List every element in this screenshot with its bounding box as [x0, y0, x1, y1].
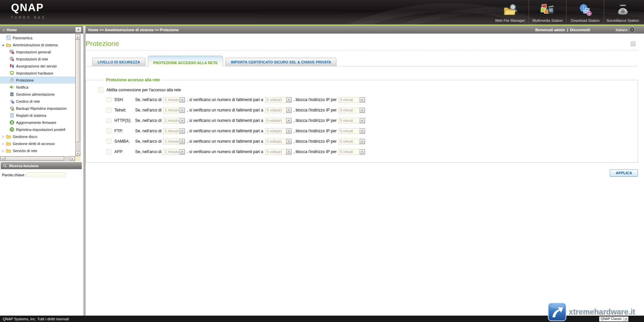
- surveillance-station-shortcut[interactable]: Surveillance Station: [604, 0, 641, 25]
- sidebar-item-label: Impostazioni generali: [16, 50, 51, 54]
- horizontal-scrollbar-thumb[interactable]: [5, 156, 64, 161]
- sidebar-item-gestione-alimentazione[interactable]: Gestione alimentazione: [0, 91, 75, 98]
- web-file-manager-icon: [502, 3, 518, 17]
- afp-checkbox[interactable]: [107, 149, 111, 154]
- tab-strip: LIVELLO DI SICUREZZA PROTEZIONE ACCESSO …: [86, 56, 638, 67]
- dropdown-arrow-icon: ▼: [179, 129, 185, 134]
- apply-button[interactable]: APPLICA: [610, 169, 638, 177]
- https-block-select[interactable]: 5 minuti ▼: [338, 118, 365, 124]
- scroll-up-button[interactable]: ▲: [75, 35, 80, 39]
- sidebar-item-cestino-di-rete[interactable]: Cestino di rete: [0, 98, 75, 105]
- select-value: 1 minuto: [165, 98, 179, 102]
- select-value: 5 volta(e): [267, 108, 286, 112]
- afp-block-select[interactable]: 5 minuti ▼: [338, 149, 365, 155]
- sidebar-item-gestione-disco[interactable]: ▷ Gestione disco: [0, 133, 75, 140]
- topbar-divider: [83, 26, 86, 34]
- sidebar-item-impostazioni-hardware[interactable]: Impostazioni hardware: [0, 70, 75, 77]
- sidebar-item-registri-di-sistema[interactable]: Registri di sistema: [0, 112, 75, 119]
- https-failures-select[interactable]: 5 volta(e) ▼: [265, 118, 292, 124]
- ftp-failures-select[interactable]: 5 volta(e) ▼: [265, 128, 292, 134]
- sidebar-item-impostazioni-generali[interactable]: Impostazioni generali: [0, 48, 75, 55]
- row-text: Se, nell'arco di: [135, 108, 161, 112]
- ftp-interval-select[interactable]: 1 minuto ▼: [163, 128, 185, 134]
- service-row-telnet: Telnet: Se, nell'arco di 1 minuto ▼ , si…: [107, 107, 638, 113]
- ssh-checkbox[interactable]: [107, 97, 111, 102]
- main-content: Protezione LIVELLO DI SICUREZZA PROTEZIO…: [86, 34, 644, 316]
- samba-interval-select[interactable]: 1 minuto ▼: [163, 139, 185, 144]
- row-text: , blocca l'indirizzo IP per: [293, 139, 337, 144]
- telnet-interval-select[interactable]: 1 minuto ▼: [163, 107, 185, 113]
- samba-block-select[interactable]: 5 minuti ▼: [338, 139, 365, 144]
- sidebar-item-impostazioni-di-rete[interactable]: Impostazioni di rete: [0, 55, 75, 62]
- https-checkbox[interactable]: [107, 118, 111, 123]
- afp-interval-select[interactable]: 1 minuto ▼: [163, 149, 185, 155]
- language-selector[interactable]: Italiano ▼: [616, 27, 635, 32]
- multimedia-station-shortcut[interactable]: Multimedia Station: [529, 0, 566, 25]
- theme-select[interactable]: QNAP Classic ▼: [599, 316, 629, 322]
- select-value: 5 minuti: [340, 150, 360, 154]
- row-text: , si verificano un numero di fallimenti …: [187, 118, 263, 123]
- service-row-afp: AFP: Se, nell'arco di 1 minuto ▼ , si ve…: [107, 149, 638, 155]
- row-text: , si verificano un numero di fallimenti …: [187, 129, 263, 133]
- row-text: , blocca l'indirizzo IP per: [293, 108, 337, 112]
- dropdown-arrow-icon: ▼: [179, 118, 185, 123]
- telnet-checkbox[interactable]: [107, 108, 111, 112]
- station-label: Multimedia Station: [532, 18, 563, 22]
- download-station-shortcut[interactable]: Download Station: [566, 0, 604, 25]
- logout-link[interactable]: Disconnetti: [570, 28, 590, 32]
- sidebar-collapse-button[interactable]: «: [75, 27, 82, 33]
- dropdown-arrow-icon: ▼: [286, 149, 291, 154]
- sidebar-item-ripristina-impostazioni-predefinite[interactable]: Ripristina impostazioni predefi: [0, 126, 75, 133]
- tree-horizontal-scrollbar[interactable]: ◄ ►: [0, 156, 75, 161]
- scroll-down-button[interactable]: ▼: [75, 151, 80, 156]
- afp-failures-select[interactable]: 5 volta(e) ▼: [265, 149, 292, 155]
- telnet-block-select[interactable]: 5 minuti ▼: [338, 107, 365, 113]
- tree-collapsed-icon[interactable]: ▷: [2, 149, 6, 152]
- tree-collapsed-icon[interactable]: ▷: [2, 142, 6, 145]
- help-icon[interactable]: [631, 42, 635, 46]
- samba-failures-select[interactable]: 5 volta(e) ▼: [265, 139, 292, 144]
- sidebar-item-protezione[interactable]: Protezione: [0, 77, 75, 84]
- ssh-interval-select[interactable]: 1 minuto ▼: [163, 97, 185, 103]
- dropdown-arrow-icon: ▼: [286, 129, 291, 134]
- sidebar-item-aggiornamento-firmware[interactable]: Aggiornamento firmware: [0, 119, 75, 126]
- sidebar-item-label: Panoramica: [13, 36, 33, 40]
- hardware-settings-icon: [9, 71, 14, 76]
- tree-expanded-icon[interactable]: ◢: [2, 44, 6, 46]
- sidebar-item-assegnazione-dei-servizi[interactable]: Assegnazione dei servizi: [0, 62, 75, 70]
- sidebar-item-backup-ripristina[interactable]: Backup/ Ripristina impostazion: [0, 105, 75, 112]
- ssh-failures-select[interactable]: 5 volta(e) ▼: [265, 97, 292, 103]
- sidebar: Panoramica ◢ Amministrazione di sistema …: [0, 34, 83, 316]
- sidebar-item-panoramica[interactable]: Panoramica: [0, 34, 75, 41]
- dropdown-arrow-icon: ▼: [286, 118, 291, 123]
- ssh-block-select[interactable]: 5 minuti ▼: [338, 97, 365, 103]
- sidebar-item-amministrazione-di-sistema[interactable]: ◢ Amministrazione di sistema: [0, 41, 75, 48]
- https-interval-select[interactable]: 1 minuto ▼: [163, 118, 185, 124]
- samba-checkbox[interactable]: [107, 139, 111, 144]
- qnap-logo-text: QNAP: [11, 2, 46, 13]
- watermark-text: xtremehardware.it: [569, 308, 635, 317]
- scroll-right-button[interactable]: ►: [70, 156, 75, 161]
- scroll-left-button[interactable]: ◄: [0, 156, 5, 161]
- sidebar-item-servizio-di-rete[interactable]: ▷ Servizio di rete: [0, 147, 75, 154]
- power-management-icon: [9, 92, 14, 97]
- web-file-manager-shortcut[interactable]: Web File Manager: [491, 0, 529, 25]
- sidebar-item-gestione-diritti-di-accesso[interactable]: ▷ Gestione diritti di accesso: [0, 140, 75, 147]
- sidebar-item-notifica[interactable]: Notifica: [0, 84, 75, 91]
- fieldset-legend: Protezione accesso alla rete: [104, 78, 162, 82]
- telnet-failures-select[interactable]: 5 volta(e) ▼: [265, 107, 292, 113]
- notification-icon: [9, 85, 14, 90]
- keyword-input[interactable]: [28, 172, 65, 177]
- multimedia-station-icon: [540, 3, 555, 17]
- ftp-block-select[interactable]: 5 minuti ▼: [338, 128, 365, 134]
- select-value: 1 minuto: [165, 150, 179, 154]
- vertical-scrollbar-thumb[interactable]: [75, 39, 80, 142]
- tab-importa-certificato-ssl[interactable]: IMPORTA CERTIFICATO SICURO SSL & CHIAVE …: [225, 58, 336, 66]
- ftp-checkbox[interactable]: [107, 129, 111, 133]
- enable-protection-checkbox[interactable]: [99, 88, 103, 92]
- tree-vertical-scrollbar[interactable]: ▲ ▼: [75, 34, 80, 156]
- tree-collapsed-icon[interactable]: ▷: [2, 135, 6, 138]
- tab-protezione-accesso-alla-rete[interactable]: PROTEZIONE ACCESSO ALLA RETE: [148, 56, 223, 67]
- tab-livello-di-sicurezza[interactable]: LIVELLO DI SICUREZZA: [92, 58, 146, 66]
- service-name: FTP:: [114, 129, 135, 133]
